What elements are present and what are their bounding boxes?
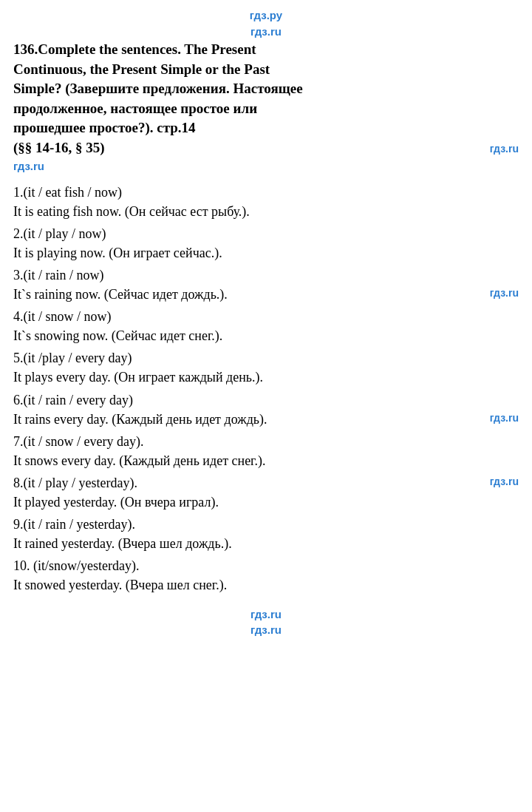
header-line4: продолженное, настоящее простое или bbox=[13, 99, 519, 119]
exercise-1: 1.(it / eat fish / now) It is eating fis… bbox=[13, 183, 519, 221]
exercise-1-prompt: 1.(it / eat fish / now) bbox=[13, 183, 519, 202]
exercise-2: 2.(it / play / now) It is playing now. (… bbox=[13, 224, 519, 263]
exercise-1-answer: It is eating fish now. (Он сейчас ест ры… bbox=[13, 202, 519, 221]
exercise-4: 4.(it / snow / now) It`s snowing now. (С… bbox=[13, 307, 519, 345]
header-line5: прошедшее простое?). стр.14 bbox=[13, 118, 519, 138]
watermark-inline-header: гдз.ru bbox=[13, 158, 519, 174]
header-line2: Continuous, the Present Simple or the Pa… bbox=[13, 60, 519, 80]
exercise-3-answer: It`s raining now. (Сейчас идет дождь.). bbox=[13, 285, 228, 304]
exercise-6: 6.(it / rain / every day) It rains every… bbox=[13, 390, 519, 429]
exercise-7: 7.(it / snow / every day). It snows ever… bbox=[13, 432, 519, 470]
exercise-10-prompt: 10. (it/snow/yesterday). bbox=[13, 556, 519, 575]
exercise-5-answer: It plays every day. (Он играет каждый де… bbox=[13, 368, 519, 387]
watermark-bottom2: гдз.ru bbox=[13, 622, 519, 637]
exercise-9-answer: It rained yesterday. (Вчера шел дождь.). bbox=[13, 534, 519, 553]
exercise-3-prompt: 3.(it / rain / now) bbox=[13, 265, 519, 285]
exercises-container: 1.(it / eat fish / now) It is eating fis… bbox=[13, 183, 519, 595]
header-line6: (§§ 14-16, § 35) bbox=[13, 138, 104, 158]
exercise-5-prompt: 5.(it /play / every day) bbox=[13, 348, 519, 368]
watermark-inline2: гдз.ru bbox=[490, 285, 519, 300]
exercise-2-prompt: 2.(it / play / now) bbox=[13, 224, 519, 243]
watermark-top1: гдз.ру bbox=[13, 7, 519, 23]
watermark-inline3: гдз.ru bbox=[490, 410, 519, 425]
exercise-header: 136.Complete the sentences. The Present … bbox=[13, 40, 519, 174]
exercise-5: 5.(it /play / every day) It plays every … bbox=[13, 348, 519, 387]
watermark-top2: гдз.ru bbox=[13, 24, 519, 39]
exercise-10: 10. (it/snow/yesterday). It snowed yeste… bbox=[13, 556, 519, 595]
exercise-8: 8.(it / play / yesterday). гдз.ru It pla… bbox=[13, 473, 519, 512]
header-line3: Simple? (Завершите предложения. Настояще… bbox=[13, 79, 519, 99]
exercise-8-prompt: 8.(it / play / yesterday). bbox=[13, 473, 137, 493]
exercise-9-prompt: 9.(it / rain / yesterday). bbox=[13, 515, 519, 534]
exercise-8-answer: It played yesterday. (Он вчера играл). bbox=[13, 493, 519, 512]
exercise-2-answer: It is playing now. (Он играет сейчас.). bbox=[13, 243, 519, 263]
exercise-6-answer: It rains every day. (Каждый день идет до… bbox=[13, 410, 267, 429]
watermark-bottom: гдз.ru bbox=[13, 606, 519, 622]
exercise-6-prompt: 6.(it / rain / every day) bbox=[13, 390, 519, 410]
exercise-7-prompt: 7.(it / snow / every day). bbox=[13, 432, 519, 451]
exercise-4-prompt: 4.(it / snow / now) bbox=[13, 307, 519, 326]
exercise-3: 3.(it / rain / now) It`s raining now. (С… bbox=[13, 265, 519, 304]
header-line1: 136.Complete the sentences. The Present bbox=[13, 40, 519, 60]
exercise-4-answer: It`s snowing now. (Сейчас идет снег.). bbox=[13, 326, 519, 345]
exercise-10-answer: It snowed yesterday. (Вчера шел снег.). bbox=[13, 575, 519, 595]
exercise-7-answer: It snows every day. (Каждый день идет сн… bbox=[13, 451, 519, 470]
watermark-inline1: гдз.ru bbox=[490, 141, 519, 156]
exercise-9: 9.(it / rain / yesterday). It rained yes… bbox=[13, 515, 519, 553]
watermark-inline4: гдз.ru bbox=[490, 473, 519, 489]
